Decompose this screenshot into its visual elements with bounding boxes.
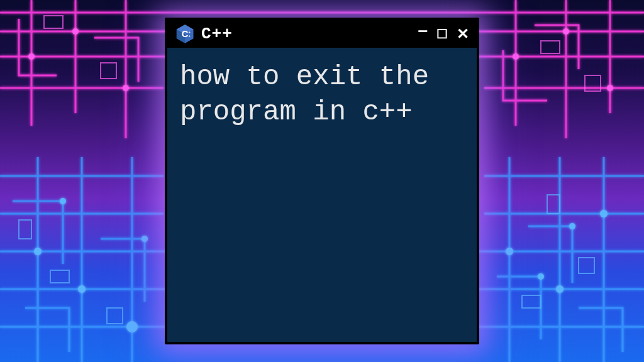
svg-rect-20	[50, 270, 69, 283]
maximize-button[interactable]: ☐	[436, 28, 448, 40]
svg-point-7	[78, 285, 86, 293]
svg-point-3	[513, 53, 519, 60]
svg-point-2	[123, 85, 129, 91]
svg-rect-22	[522, 295, 541, 308]
svg-rect-25	[547, 195, 560, 214]
svg-rect-16	[44, 16, 63, 28]
minimize-button[interactable]: –	[418, 21, 428, 39]
svg-rect-18	[541, 41, 560, 53]
svg-point-14	[569, 223, 575, 229]
svg-text:+: +	[189, 30, 191, 34]
cpp-icon: C + +	[175, 24, 195, 44]
window-title: C++	[201, 25, 411, 43]
svg-point-0	[28, 53, 35, 60]
svg-point-11	[600, 210, 608, 217]
svg-rect-23	[579, 258, 594, 273]
svg-point-8	[126, 321, 138, 332]
window-controls: – ☐ ✕	[418, 25, 469, 43]
svg-text:+: +	[189, 34, 191, 38]
svg-point-12	[60, 198, 66, 204]
svg-rect-17	[101, 63, 116, 79]
svg-point-10	[556, 285, 564, 293]
svg-point-5	[607, 85, 613, 91]
svg-point-15	[538, 273, 544, 280]
svg-point-1	[72, 28, 79, 35]
svg-rect-24	[19, 220, 31, 239]
svg-point-6	[34, 248, 42, 255]
terminal-window: C + + C++ – ☐ ✕ how to exit the program …	[165, 18, 479, 344]
terminal-content[interactable]: how to exit the program in c++	[167, 48, 477, 141]
svg-point-13	[142, 236, 148, 242]
svg-point-4	[563, 28, 569, 35]
svg-point-9	[506, 248, 513, 255]
svg-text:C: C	[182, 29, 189, 39]
svg-rect-21	[107, 308, 123, 324]
close-button[interactable]: ✕	[457, 26, 469, 41]
window-titlebar[interactable]: C + + C++ – ☐ ✕	[167, 20, 477, 48]
